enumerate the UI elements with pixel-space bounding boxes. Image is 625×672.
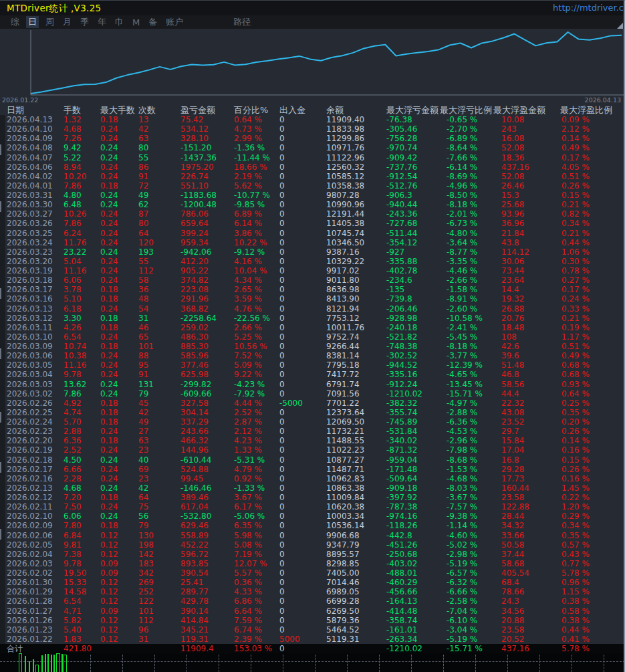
- table-row[interactable]: 2026.01.274.710.09101390.146.64 %06269.5…: [0, 606, 625, 616]
- table-row[interactable]: 2026.02.184.500.2440-610.44-5.31 %010877…: [0, 455, 625, 465]
- table-row[interactable]: 2026.02.264.920.1845327.584.44 %-5000770…: [0, 399, 625, 408]
- menu-item-path[interactable]: 路径: [231, 16, 253, 28]
- row-cell-7: 0: [279, 502, 326, 512]
- row-cell-11: 114.12: [501, 247, 561, 257]
- row-cell-6: 4.79 %: [234, 465, 279, 474]
- table-row[interactable]: 2026.03.114.260.1846259.022.66 %010011.7…: [0, 323, 625, 332]
- table-row[interactable]: 2026.03.186.060.2458374.824.34 %09011.80…: [0, 275, 625, 285]
- row-cell-5: 625.98: [180, 370, 234, 379]
- table-row[interactable]: 2026.01.2914.580.12252289.774.33 %06989.…: [0, 587, 625, 596]
- bottom-chart: [0, 653, 625, 672]
- row-cell-10: -4.46 %: [447, 266, 501, 275]
- resize-grip-icon[interactable]: [617, 23, 623, 29]
- row-cell-3: 0.24: [100, 455, 138, 465]
- table-row[interactable]: 2026.01.286.540.12122429.786.86 %06699.2…: [0, 596, 625, 606]
- table-row[interactable]: 2026.04.097.260.2463328.102.99 %011299.8…: [0, 134, 625, 143]
- table-row[interactable]: 2026.01.3015.330.1226925.410.36 %07014.4…: [0, 578, 625, 587]
- table-row[interactable]: 2026.03.1911.160.24112905.2210.04 %09917…: [0, 266, 625, 275]
- row-cell-10: -1.14 %: [447, 521, 501, 530]
- table-row[interactable]: 2026.03.106.540.2465486.305.25 %09752.74…: [0, 332, 625, 342]
- table-row[interactable]: 2026.02.039.780.09183893.8512.07 %08298.…: [0, 559, 625, 568]
- row-cell-8: 11488.55: [326, 436, 386, 445]
- row-cell-12: 1.17 %: [561, 332, 622, 342]
- table-row[interactable]: 2026.02.059.810.12198452.225.08 %09347.7…: [0, 540, 625, 550]
- table-row[interactable]: 2026.02.066.840.12130558.895.98 %09906.6…: [0, 531, 625, 540]
- row-cell-4: 120: [138, 238, 180, 247]
- table-row[interactable]: 2026.03.2710.260.2487786.066.89 %012191.…: [0, 209, 625, 219]
- bottom-grid-hline: [0, 661, 625, 662]
- bottom-grid-vline: [283, 655, 283, 672]
- row-cell-1: 2026.04.02: [7, 172, 64, 181]
- table-row[interactable]: 2026.04.017.860.1872551.105.62 %010358.3…: [0, 181, 625, 191]
- row-cell-4: 95: [138, 360, 180, 370]
- table-row[interactable]: 2026.02.127.200.1864389.463.67 %011009.8…: [0, 493, 625, 502]
- table-row[interactable]: 2026.04.075.220.2455-1437.36-11.44 %0111…: [0, 153, 625, 162]
- row-cell-5: 291.96: [180, 294, 234, 304]
- table-row[interactable]: 2026.01.265.820.12112414.847.59 %05879.3…: [0, 616, 625, 625]
- menu-item-1[interactable]: 综: [9, 16, 21, 28]
- row-cell-1: 2026.04.07: [7, 153, 64, 162]
- row-cell-11: 10.08: [501, 115, 561, 124]
- table-row[interactable]: 2026.03.0910.740.18101885.3010.56 %09266…: [0, 342, 625, 351]
- menu-item-4[interactable]: 月: [61, 16, 74, 28]
- table-row[interactable]: 2026.02.206.360.1863466.324.23 %011488.5…: [0, 436, 625, 445]
- table-row[interactable]: 2026.03.123.300.1831-2258.64-22.56 %0775…: [0, 314, 625, 323]
- table-row[interactable]: 2026.02.047.380.12142596.727.19 %08895.5…: [0, 550, 625, 559]
- menu-item-10[interactable]: 账户: [164, 16, 185, 28]
- table-row[interactable]: 2026.03.0610.380.2488585.967.52 %08381.1…: [0, 351, 625, 360]
- row-cell-3: 0.24: [100, 474, 138, 483]
- table-row[interactable]: 2026.03.165.100.1848291.963.59 %08413.90…: [0, 294, 625, 304]
- table-row[interactable]: 2026.03.136.180.2454368.824.76 %08121.94…: [0, 304, 625, 314]
- table-row[interactable]: 2026.04.068.940.24861975.2018.66 %012560…: [0, 162, 625, 172]
- table-row[interactable]: 2026.02.162.280.242399.450.92 %010962.83…: [0, 474, 625, 483]
- table-row[interactable]: 2026.02.0219.500.09342390.545.57 %07405.…: [0, 568, 625, 578]
- table-row[interactable]: 2026.01.235.400.1296345.216.74 %05464.52…: [0, 625, 625, 635]
- table-row[interactable]: 2026.02.117.500.2475617.046.17 %010620.3…: [0, 502, 625, 512]
- table-row[interactable]: 2026.04.131.320.181375.420.64 %011909.40…: [0, 115, 625, 124]
- table-row[interactable]: 2026.03.256.240.2464399.243.86 %010745.7…: [0, 229, 625, 238]
- menu-item-6[interactable]: 年: [96, 16, 108, 28]
- row-cell-11: 34.56: [501, 606, 561, 616]
- menu-item-8[interactable]: M: [130, 17, 142, 27]
- row-cell-10: -6.66 %: [447, 587, 501, 596]
- table-row[interactable]: 2026.02.134.680.2442-146.46-1.33 %010863…: [0, 483, 625, 493]
- menu-item-2[interactable]: 日: [26, 16, 39, 28]
- candle-bar: [33, 659, 34, 672]
- row-cell-9: -403.02: [386, 559, 447, 568]
- table-row[interactable]: 2026.04.104.680.2442534.124.73 %011833.9…: [0, 124, 625, 134]
- table-row[interactable]: 2026.03.173.780.1836223.082.65 %08636.98…: [0, 285, 625, 294]
- row-cell-3: 0.09: [100, 559, 138, 568]
- row-cell-10: -4.60 %: [447, 531, 501, 540]
- table-row[interactable]: 2026.03.027.860.2479-609.66-7.92 %07091.…: [0, 389, 625, 399]
- menu-item-5[interactable]: 季: [78, 16, 91, 28]
- table-row[interactable]: 2026.01.221.830.1231119.312.39 %50005119…: [0, 635, 625, 644]
- menu-item-9[interactable]: 备: [146, 16, 159, 28]
- table-row[interactable]: 2026.03.2411.760.24120959.3410.22 %01034…: [0, 238, 625, 247]
- table-row[interactable]: 2026.02.097.800.1879629.466.35 %010536.1…: [0, 521, 625, 530]
- table-row[interactable]: 2026.04.0210.200.2491226.742.19 %010585.…: [0, 172, 625, 181]
- table-row[interactable]: 2026.03.267.860.2480659.646.14 %011405.3…: [0, 219, 625, 228]
- menu-item-3[interactable]: 周: [43, 16, 56, 28]
- row-cell-2: 4.68: [64, 124, 100, 134]
- table-row[interactable]: 2026.02.106.060.2456-532.80-5.06 %010003…: [0, 512, 625, 521]
- row-cell-7: 0: [279, 275, 326, 285]
- table-row[interactable]: 2026.02.254.740.1842304.142.52 %012373.6…: [0, 408, 625, 417]
- row-cell-3: 0.24: [100, 512, 138, 521]
- table-row[interactable]: 2026.02.232.880.2427243.662.12 %011732.2…: [0, 427, 625, 436]
- row-cell-9: -354.12: [386, 238, 447, 247]
- table-row[interactable]: 2026.02.245.700.1849337.292.87 %012069.5…: [0, 417, 625, 427]
- table-row[interactable]: 2026.03.314.800.2449-1183.68-10.77 %0980…: [0, 191, 625, 200]
- table-row[interactable]: 2026.03.0313.620.24131-299.82-4.23 %0679…: [0, 380, 625, 389]
- table-row[interactable]: 2026.03.2323.220.24193-942.06-9.12 %0938…: [0, 247, 625, 257]
- table-row[interactable]: 2026.02.176.660.2469524.884.79 %011487.7…: [0, 465, 625, 474]
- table-row[interactable]: 2026.03.049.780.2491625.989.22 %07417.72…: [0, 370, 625, 379]
- menu-item-7[interactable]: 巾: [113, 16, 126, 28]
- row-cell-11: 405.54: [501, 568, 561, 578]
- table-row[interactable]: 2026.03.306.480.2462-1200.48-9.85 %01099…: [0, 200, 625, 209]
- table-row[interactable]: 2026.03.0511.160.2495377.465.09 %07795.1…: [0, 360, 625, 370]
- app-url-link[interactable]: http://mtdriver.c: [553, 3, 624, 13]
- table-row[interactable]: 2026.02.192.520.2423144.961.33 %011022.2…: [0, 445, 625, 455]
- row-cell-11: 78.66: [501, 587, 561, 596]
- table-row[interactable]: 2026.04.089.420.2480-151.20-1.36 %010971…: [0, 143, 625, 152]
- table-row[interactable]: 2026.03.205.040.2455412.204.16 %010329.2…: [0, 257, 625, 266]
